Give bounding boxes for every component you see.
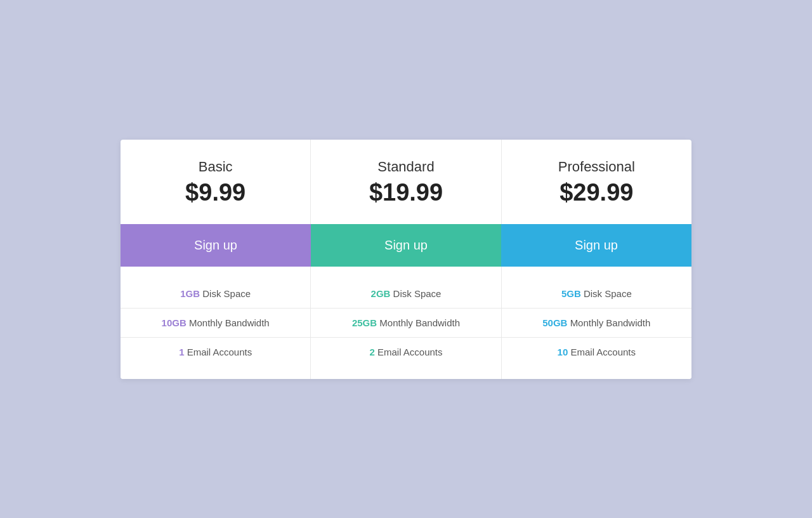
signup-button-basic[interactable]: Sign up (121, 224, 311, 267)
plan-features-standard: 2GB Disk Space 25GB Monthly Bandwidth 2 … (311, 267, 501, 379)
feature-email-basic: 1 Email Accounts (121, 338, 310, 366)
plans-header: Basic $9.99 Standard $19.99 Professional… (121, 140, 691, 224)
feature-disk-text-professional: Disk Space (584, 288, 632, 299)
feature-disk-standard: 2GB Disk Space (311, 279, 501, 309)
plan-header-basic: Basic $9.99 (121, 140, 311, 224)
feature-bandwidth-professional: 50GB Monthly Bandwidth (502, 309, 691, 338)
signup-row: Sign up Sign up Sign up (121, 224, 691, 267)
feature-email-professional: 10 Email Accounts (502, 338, 691, 366)
feature-bandwidth-highlight-standard: 25GB (352, 317, 377, 328)
feature-email-text-basic: Email Accounts (187, 347, 252, 357)
plan-name-basic: Basic (133, 159, 298, 175)
plan-name-standard: Standard (324, 159, 488, 175)
feature-disk-text-basic: Disk Space (202, 288, 251, 299)
feature-bandwidth-highlight-professional: 50GB (542, 317, 567, 328)
plan-name-professional: Professional (514, 159, 679, 175)
feature-email-highlight-basic: 1 (179, 347, 184, 357)
feature-email-text-standard: Email Accounts (377, 347, 443, 357)
feature-email-text-professional: Email Accounts (570, 347, 636, 357)
plan-price-standard: $19.99 (324, 179, 488, 206)
feature-bandwidth-standard: 25GB Monthly Bandwidth (311, 309, 501, 338)
features-section: 1GB Disk Space 10GB Monthly Bandwidth 1 … (121, 267, 691, 379)
pricing-table: Basic $9.99 Standard $19.99 Professional… (121, 140, 691, 379)
feature-email-standard: 2 Email Accounts (311, 338, 501, 366)
feature-disk-basic: 1GB Disk Space (121, 279, 310, 309)
signup-button-professional[interactable]: Sign up (501, 224, 691, 267)
plan-header-standard: Standard $19.99 (311, 140, 501, 224)
plan-price-basic: $9.99 (133, 179, 298, 206)
feature-email-highlight-professional: 10 (558, 347, 568, 357)
feature-disk-highlight-professional: 5GB (561, 288, 581, 299)
feature-disk-text-standard: Disk Space (393, 288, 442, 299)
feature-disk-professional: 5GB Disk Space (502, 279, 691, 309)
feature-email-highlight-standard: 2 (369, 347, 374, 357)
plan-header-professional: Professional $29.99 (502, 140, 691, 224)
plan-price-professional: $29.99 (514, 179, 679, 206)
plan-features-professional: 5GB Disk Space 50GB Monthly Bandwidth 10… (502, 267, 691, 379)
feature-disk-highlight-standard: 2GB (371, 288, 391, 299)
feature-bandwidth-basic: 10GB Monthly Bandwidth (121, 309, 310, 338)
feature-bandwidth-highlight-basic: 10GB (162, 317, 187, 328)
feature-bandwidth-text-professional: Monthly Bandwidth (570, 317, 651, 328)
signup-button-standard[interactable]: Sign up (311, 224, 501, 267)
plan-features-basic: 1GB Disk Space 10GB Monthly Bandwidth 1 … (121, 267, 311, 379)
feature-bandwidth-text-standard: Monthly Bandwidth (379, 317, 460, 328)
feature-bandwidth-text-basic: Monthly Bandwidth (189, 317, 270, 328)
feature-disk-highlight-basic: 1GB (180, 288, 200, 299)
